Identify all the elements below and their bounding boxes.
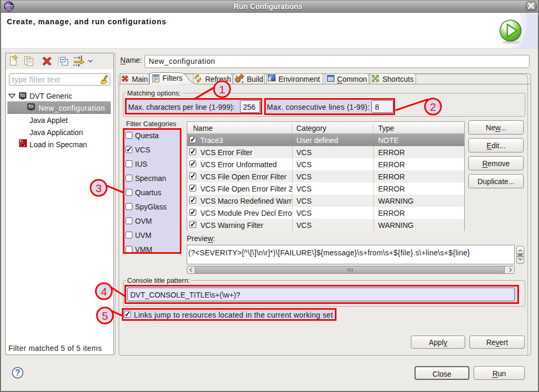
svg-text:?: ? [15,368,21,377]
